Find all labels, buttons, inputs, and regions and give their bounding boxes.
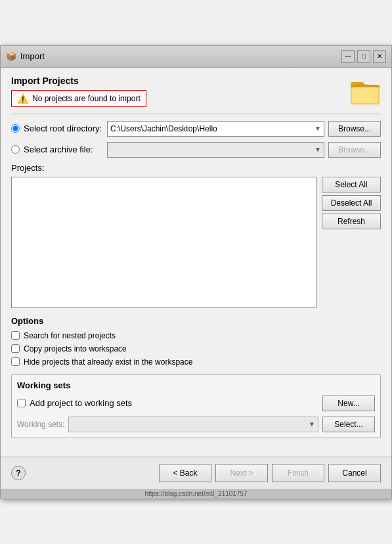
title-bar: 📦 Import — □ ✕ bbox=[1, 46, 391, 68]
archive-file-radio[interactable] bbox=[11, 145, 20, 154]
title-bar-left: 📦 Import bbox=[6, 51, 45, 62]
folder-icon bbox=[349, 76, 381, 107]
archive-file-label[interactable]: Select archive file: bbox=[11, 145, 103, 154]
next-button: Next > bbox=[215, 464, 268, 482]
browse-root-button[interactable]: Browse... bbox=[328, 121, 381, 137]
projects-label: Projects: bbox=[11, 163, 381, 173]
footer-left: ? bbox=[11, 466, 26, 480]
dialog-title: Import Projects bbox=[11, 76, 146, 86]
options-title: Options bbox=[11, 316, 381, 326]
root-directory-value: C:\Users\Jachin\Desktop\Hello bbox=[110, 124, 217, 133]
option-copy-projects: Copy projects into workspace bbox=[11, 344, 381, 353]
options-section: Options Search for nested projects Copy … bbox=[11, 316, 381, 367]
hide-existing-label: Hide projects that already exist in the … bbox=[24, 357, 192, 367]
add-project-row: Add project to working sets New... bbox=[17, 396, 375, 411]
finish-button: Finish bbox=[272, 464, 324, 482]
header-left: Import Projects ⚠️ No projects are found… bbox=[11, 76, 146, 107]
warning-icon: ⚠️ bbox=[17, 93, 28, 104]
dialog-header: Import Projects ⚠️ No projects are found… bbox=[11, 76, 381, 107]
hide-existing-checkbox[interactable] bbox=[11, 357, 20, 366]
deselect-all-button[interactable]: Deselect All bbox=[322, 195, 381, 211]
nested-projects-label: Search for nested projects bbox=[24, 331, 116, 340]
dialog-content: Import Projects ⚠️ No projects are found… bbox=[1, 68, 391, 457]
dialog-footer: ? < Back Next > Finish Cancel bbox=[1, 457, 391, 489]
root-directory-combo[interactable]: C:\Users\Jachin\Desktop\Hello ▼ bbox=[107, 121, 324, 137]
maximize-button[interactable]: □ bbox=[357, 50, 370, 63]
root-directory-label[interactable]: Select root directory: bbox=[11, 124, 103, 133]
help-button[interactable]: ? bbox=[11, 466, 26, 480]
projects-area: Select All Deselect All Refresh bbox=[11, 177, 381, 308]
add-project-checkbox[interactable] bbox=[17, 399, 26, 407]
browse-archive-button: Browse... bbox=[328, 142, 381, 158]
working-sets-title: Working sets bbox=[17, 380, 375, 390]
warning-box: ⚠️ No projects are found to import bbox=[11, 90, 146, 107]
projects-buttons: Select All Deselect All Refresh bbox=[322, 177, 381, 308]
window-title: Import bbox=[20, 51, 45, 61]
footer-buttons: < Back Next > Finish Cancel bbox=[159, 464, 381, 482]
working-sets-label: Working sets: bbox=[17, 420, 64, 429]
nested-projects-checkbox[interactable] bbox=[11, 331, 20, 340]
projects-list bbox=[11, 177, 316, 308]
add-project-label: Add project to working sets bbox=[30, 398, 132, 408]
root-directory-arrow: ▼ bbox=[315, 125, 321, 132]
working-sets-arrow: ▼ bbox=[309, 420, 315, 428]
copy-projects-checkbox[interactable] bbox=[11, 344, 20, 353]
archive-file-arrow: ▼ bbox=[315, 146, 321, 153]
root-directory-radio[interactable] bbox=[11, 124, 20, 133]
copy-projects-label: Copy projects into workspace bbox=[24, 344, 127, 353]
archive-file-row: Select archive file: ▼ Browse... bbox=[11, 142, 381, 158]
title-bar-controls: — □ ✕ bbox=[341, 50, 386, 63]
working-sets-combo: ▼ bbox=[68, 417, 318, 432]
import-window: 📦 Import — □ ✕ Import Projects ⚠️ No pro… bbox=[0, 45, 392, 499]
working-sets-combo-row: Working sets: ▼ Select... bbox=[17, 417, 375, 432]
option-hide-existing: Hide projects that already exist in the … bbox=[11, 357, 381, 367]
close-button[interactable]: ✕ bbox=[373, 50, 386, 63]
url-bar: https://blog.csdn.net/m0_21101757 bbox=[1, 489, 391, 499]
warning-message: No projects are found to import bbox=[32, 94, 141, 103]
back-button[interactable]: < Back bbox=[159, 464, 211, 482]
cancel-button[interactable]: Cancel bbox=[328, 464, 381, 482]
select-all-button[interactable]: Select All bbox=[322, 177, 381, 193]
header-divider bbox=[11, 114, 381, 114]
minimize-button[interactable]: — bbox=[341, 50, 355, 63]
option-nested-projects: Search for nested projects bbox=[11, 331, 381, 340]
archive-file-combo: ▼ bbox=[107, 142, 324, 158]
refresh-button[interactable]: Refresh bbox=[322, 214, 381, 229]
select-working-set-button[interactable]: Select... bbox=[322, 417, 375, 432]
window-icon: 📦 bbox=[6, 51, 16, 62]
working-sets-section: Working sets Add project to working sets… bbox=[11, 374, 381, 438]
root-directory-row: Select root directory: C:\Users\Jachin\D… bbox=[11, 121, 381, 137]
new-working-set-button[interactable]: New... bbox=[322, 396, 375, 411]
svg-rect-3 bbox=[352, 86, 378, 103]
